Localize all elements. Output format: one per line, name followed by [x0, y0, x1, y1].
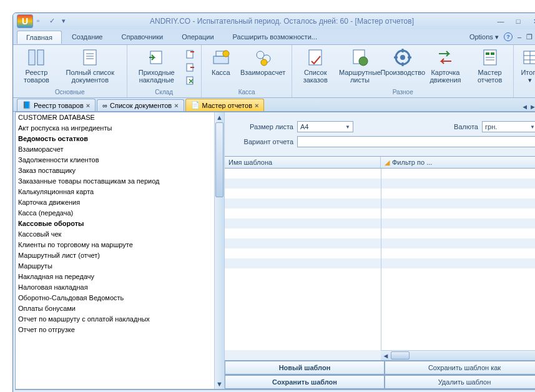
currency-select[interactable]: грн.▼	[482, 121, 535, 132]
help-icon[interactable]: ?	[504, 32, 513, 41]
close-tab-icon[interactable]: ×	[255, 102, 258, 109]
scroll-up-icon[interactable]: ▲	[215, 112, 224, 122]
btn-full-doc-list[interactable]: Полный список документов	[57, 46, 123, 88]
list-item[interactable]: Калькуляционная карта	[16, 187, 214, 197]
close-tab-icon[interactable]: ×	[174, 102, 178, 109]
btn-cashbox[interactable]: Касса	[205, 46, 237, 88]
tab-reference[interactable]: Справочники	[113, 31, 172, 43]
list-item[interactable]: Касса (передача)	[16, 208, 214, 218]
report-list[interactable]: CUSTOMER DATABASEАкт роспуска на ингреди…	[16, 112, 214, 389]
close-button[interactable]: ✕	[528, 16, 535, 26]
btn-sm-1[interactable]	[184, 48, 197, 61]
close-tab-icon[interactable]: ×	[86, 102, 90, 109]
currency-label: Валюта	[454, 123, 478, 130]
doctab-registry[interactable]: 📘Реестр товаров×	[17, 99, 96, 111]
tab-operations[interactable]: Операции	[173, 31, 222, 43]
statusbar: 10.10.2017 Ready NUM	[15, 390, 535, 392]
tab-extend[interactable]: Расширить возможности...	[224, 31, 326, 43]
list-item[interactable]: Взаиморасчет	[16, 144, 214, 155]
group-label-main: Основные	[17, 88, 123, 96]
list-item[interactable]: Заказ поставщику	[16, 165, 214, 176]
list-item[interactable]: CUSTOMER DATABASE	[16, 112, 214, 123]
delete-template-button[interactable]: Удалить шаблон	[385, 375, 535, 389]
group-label-warehouse: Склад	[131, 88, 197, 96]
tab-create[interactable]: Создание	[63, 31, 112, 43]
list-item[interactable]: Маршрутный лист (отчет)	[16, 250, 214, 261]
vertical-scrollbar[interactable]: ▲ ▼	[214, 112, 224, 389]
list-item[interactable]: Оборотно-Сальдовая Ведомость	[16, 293, 214, 303]
btn-order-list[interactable]: Список заказов	[296, 46, 335, 88]
scroll-thumb[interactable]	[391, 351, 410, 360]
new-template-button[interactable]: Новый шаблон	[225, 361, 385, 375]
tab-prev-icon[interactable]: ◄	[521, 103, 528, 111]
tab-next-icon[interactable]: ►	[529, 103, 535, 111]
qat-check-icon[interactable]: ✓	[49, 17, 58, 26]
svg-point-18	[359, 57, 368, 66]
paper-size-select[interactable]: A4▼	[297, 121, 353, 132]
list-item[interactable]: Задолженности клиентов	[16, 155, 214, 165]
report-icon: 📄	[191, 101, 200, 109]
list-item[interactable]: Накладная на передачу	[16, 272, 214, 282]
svg-point-15	[261, 59, 267, 66]
btn-totals[interactable]: Итоги▾	[518, 46, 535, 88]
btn-route-sheets[interactable]: Маршрутные листы	[336, 46, 384, 88]
scroll-thumb[interactable]	[215, 122, 223, 197]
save-template-button[interactable]: Сохранить шаблон	[225, 375, 385, 389]
btn-movement-card[interactable]: Карточка движения	[422, 46, 469, 88]
svg-rect-10	[214, 56, 228, 64]
app-logo-icon: U	[17, 14, 33, 28]
svg-rect-22	[486, 52, 489, 55]
scroll-left-icon[interactable]: ◄	[381, 352, 391, 360]
col-template-name[interactable]: Имя шаблона	[225, 157, 381, 168]
list-item[interactable]: Оплаты бонусами	[16, 303, 214, 314]
tab-main[interactable]: Главная	[17, 31, 62, 44]
options-menu[interactable]: Options ▾	[469, 33, 499, 41]
btn-settlement[interactable]: Взаиморасчет	[238, 46, 288, 88]
mdi-restore-icon[interactable]: ❐	[526, 33, 533, 41]
list-item[interactable]: Отчет по маршруту с оплатой накладных	[16, 314, 214, 325]
list-item[interactable]: Налоговая накладная	[16, 282, 214, 293]
qat-new-icon[interactable]: ▫	[37, 17, 46, 26]
btn-goods-registry[interactable]: Реестр товаров	[17, 46, 56, 88]
quick-access-toolbar: ▫ ✓ ▾	[37, 17, 71, 26]
chevron-down-icon: ▼	[530, 124, 535, 130]
book-icon: 📘	[22, 101, 31, 109]
btn-sm-2[interactable]	[184, 61, 197, 74]
btn-production[interactable]: Производство	[385, 46, 421, 88]
btn-report-wizard[interactable]: Мастер отчетов	[470, 46, 509, 88]
btn-incoming-invoices[interactable]: Приходные накладные	[131, 46, 182, 88]
list-item[interactable]: Клиенты по торговому на маршруте	[16, 240, 214, 250]
list-item[interactable]: Маршруты	[16, 261, 214, 272]
doctab-report-wizard[interactable]: 📄Мастер отчетов×	[185, 99, 265, 111]
list-item[interactable]: Отчет по отгрузке	[16, 325, 214, 335]
svg-rect-23	[491, 52, 494, 55]
list-item[interactable]: Кассовый чек	[16, 229, 214, 240]
titlebar: U ▫ ✓ ▾ ANDRIY.CO - Испытательный период…	[13, 13, 535, 29]
btn-sm-3[interactable]	[184, 74, 197, 87]
mdi-minimize-icon[interactable]: –	[518, 33, 521, 41]
svg-rect-1	[37, 50, 44, 65]
horizontal-scrollbar[interactable]: ◄ ►	[381, 350, 535, 360]
scroll-down-icon[interactable]: ▼	[215, 379, 224, 389]
svg-point-20	[400, 55, 405, 60]
maximize-button[interactable]: □	[511, 16, 526, 26]
window-title: ANDRIY.CO - Испытательный период. Остало…	[71, 17, 493, 26]
list-item[interactable]: Кассовые обороты	[16, 218, 214, 229]
col-filter[interactable]: ◢Фильтр по ...	[381, 159, 535, 167]
list-item[interactable]: Акт роспуска на ингредиенты	[16, 123, 214, 134]
paper-size-label: Размер листа	[231, 123, 293, 130]
template-grid-header: Имя шаблона ◢Фильтр по ...	[225, 156, 535, 169]
qat-dropdown-icon[interactable]: ▾	[62, 17, 71, 26]
list-item[interactable]: Ведомость остатков	[16, 134, 214, 144]
ribbon-tabs: Главная Создание Справочники Операции Ра…	[13, 29, 535, 44]
template-grid[interactable]	[225, 169, 535, 350]
list-item[interactable]: Заказанные товары поставщикам за период	[16, 176, 214, 187]
list-item[interactable]: Карточка движения	[16, 197, 214, 208]
variant-label: Вариант отчета	[231, 138, 293, 145]
save-template-as-button[interactable]: Сохранить шаблон как	[385, 361, 535, 375]
chevron-down-icon: ▼	[345, 124, 350, 130]
group-label-cash: Касса	[205, 88, 288, 96]
minimize-button[interactable]: —	[493, 16, 508, 26]
variant-input[interactable]	[297, 136, 535, 147]
doctab-doclist[interactable]: ∞Список документов×	[97, 99, 184, 111]
